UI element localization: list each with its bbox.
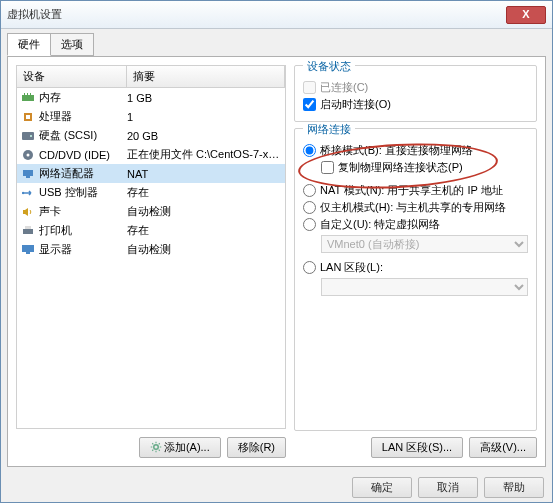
tabs: 硬件 选项 (1, 29, 552, 56)
status-group-title: 设备状态 (303, 59, 355, 74)
col-device[interactable]: 设备 (17, 66, 127, 87)
replicate-input[interactable] (321, 161, 334, 174)
usb-icon (21, 187, 35, 199)
svg-rect-1 (24, 93, 25, 95)
close-icon: X (522, 8, 529, 20)
svg-point-17 (154, 445, 159, 450)
table-body: 内存1 GB处理器1硬盘 (SCSI)20 GBCD/DVD (IDE)正在使用… (17, 88, 285, 259)
connected-checkbox: 已连接(C) (303, 79, 528, 96)
content-area: 设备 摘要 内存1 GB处理器1硬盘 (SCSI)20 GBCD/DVD (ID… (7, 56, 546, 467)
vm-settings-window: 虚拟机设置 X 硬件 选项 设备 摘要 内存1 GB处理器1硬盘 (SCSI)2… (0, 0, 553, 503)
network-buttons: LAN 区段(S)... 高级(V)... (294, 437, 537, 458)
svg-rect-2 (27, 93, 28, 95)
svg-point-12 (22, 191, 24, 193)
dialog-footer: 确定 取消 帮助 (1, 473, 552, 502)
table-row[interactable]: 显示器自动检测 (17, 240, 285, 259)
svg-rect-3 (30, 93, 31, 95)
network-group: 网络连接 桥接模式(B): 直接连接物理网络 复制物理网络连接状态(P) NAT… (294, 128, 537, 431)
ok-button[interactable]: 确定 (352, 477, 412, 498)
svg-rect-13 (23, 229, 33, 234)
connect-on-start-checkbox[interactable]: 启动时连接(O) (303, 96, 528, 113)
cancel-button[interactable]: 取消 (418, 477, 478, 498)
svg-rect-15 (22, 245, 34, 252)
right-pane: 设备状态 已连接(C) 启动时连接(O) 网络连接 (294, 65, 537, 458)
col-summary[interactable]: 摘要 (127, 66, 285, 87)
svg-point-7 (30, 135, 32, 137)
tab-hardware[interactable]: 硬件 (7, 33, 51, 56)
hostonly-radio[interactable]: 仅主机模式(H): 与主机共享的专用网络 (303, 199, 528, 216)
table-row[interactable]: 硬盘 (SCSI)20 GB (17, 126, 285, 145)
table-row[interactable]: 打印机存在 (17, 221, 285, 240)
close-button[interactable]: X (506, 6, 546, 24)
advanced-button[interactable]: 高级(V)... (469, 437, 537, 458)
custom-vnet-select: VMnet0 (自动桥接) (321, 235, 528, 253)
status-group: 设备状态 已连接(C) 启动时连接(O) (294, 65, 537, 122)
lan-segment-radio[interactable]: LAN 区段(L): (303, 259, 528, 276)
mem-icon (21, 92, 35, 104)
network-group-title: 网络连接 (303, 122, 355, 137)
bridge-radio[interactable]: 桥接模式(B): 直接连接物理网络 (303, 142, 528, 159)
lan-segment-select (321, 278, 528, 296)
tab-options[interactable]: 选项 (50, 33, 94, 56)
svg-rect-16 (26, 252, 30, 254)
cd-icon (21, 149, 35, 161)
left-pane: 设备 摘要 内存1 GB处理器1硬盘 (SCSI)20 GBCD/DVD (ID… (16, 65, 286, 458)
custom-radio[interactable]: 自定义(U): 特定虚拟网络 (303, 216, 528, 233)
table-row[interactable]: 处理器1 (17, 107, 285, 126)
titlebar: 虚拟机设置 X (1, 1, 552, 29)
replicate-checkbox[interactable]: 复制物理网络连接状态(P) (321, 159, 528, 176)
window-title: 虚拟机设置 (7, 7, 506, 22)
hostonly-input[interactable] (303, 201, 316, 214)
svg-rect-6 (22, 132, 34, 140)
help-button[interactable]: 帮助 (484, 477, 544, 498)
svg-rect-10 (23, 170, 33, 176)
table-row[interactable]: 声卡自动检测 (17, 202, 285, 221)
table-row[interactable]: USB 控制器存在 (17, 183, 285, 202)
disp-icon (21, 244, 35, 256)
table-header: 设备 摘要 (17, 66, 285, 88)
device-buttons: 添加(A)... 移除(R) (16, 429, 286, 458)
nat-input[interactable] (303, 184, 316, 197)
prn-icon (21, 225, 35, 237)
svg-rect-5 (26, 115, 30, 119)
lan-segments-button[interactable]: LAN 区段(S)... (371, 437, 463, 458)
svg-point-9 (27, 153, 30, 156)
net-icon (21, 168, 35, 180)
gear-icon (150, 441, 162, 453)
cpu-icon (21, 111, 35, 123)
connected-input (303, 81, 316, 94)
svg-rect-11 (26, 176, 30, 178)
table-row[interactable]: 网络适配器NAT (17, 164, 285, 183)
nat-radio[interactable]: NAT 模式(N): 用于共享主机的 IP 地址 (303, 182, 528, 199)
add-button[interactable]: 添加(A)... (139, 437, 221, 458)
bridge-input[interactable] (303, 144, 316, 157)
custom-input[interactable] (303, 218, 316, 231)
hdd-icon (21, 130, 35, 142)
connect-on-start-input[interactable] (303, 98, 316, 111)
remove-button[interactable]: 移除(R) (227, 437, 286, 458)
svg-rect-14 (25, 226, 31, 229)
table-row[interactable]: CD/DVD (IDE)正在使用文件 C:\CentOS-7-x86_64-..… (17, 145, 285, 164)
lan-segment-input[interactable] (303, 261, 316, 274)
snd-icon (21, 206, 35, 218)
table-row[interactable]: 内存1 GB (17, 88, 285, 107)
svg-rect-0 (22, 95, 34, 101)
device-table: 设备 摘要 内存1 GB处理器1硬盘 (SCSI)20 GBCD/DVD (ID… (16, 65, 286, 429)
